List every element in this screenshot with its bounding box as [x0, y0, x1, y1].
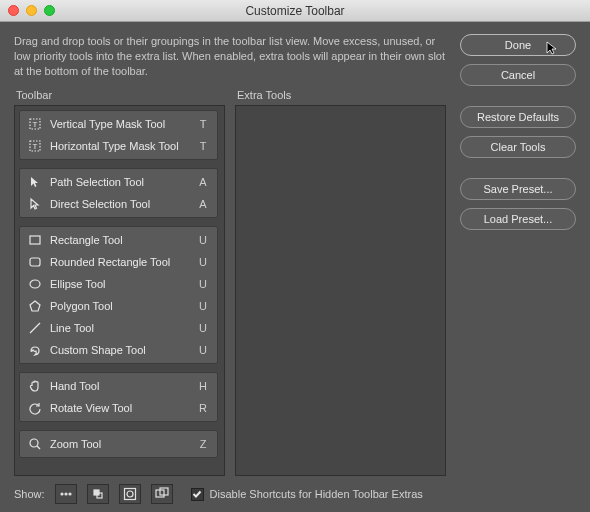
toolbar-scroll[interactable]: TVertical Type Mask ToolTTHorizontal Typ…	[15, 106, 224, 475]
type-mask-icon: T	[26, 137, 44, 155]
svg-point-6	[30, 280, 40, 288]
extra-list[interactable]	[235, 105, 446, 476]
arrow-solid-icon	[26, 173, 44, 191]
restore-defaults-button[interactable]: Restore Defaults	[460, 106, 576, 128]
show-screenmode-button[interactable]	[151, 484, 173, 504]
tool-group[interactable]: TVertical Type Mask ToolTTHorizontal Typ…	[19, 110, 218, 160]
arrow-outline-icon	[26, 195, 44, 213]
svg-point-12	[65, 493, 67, 495]
tool-group[interactable]: Zoom ToolZ	[19, 430, 218, 458]
custom-shape-icon	[26, 341, 44, 359]
tool-row[interactable]: THorizontal Type Mask ToolT	[20, 135, 217, 157]
cancel-button[interactable]: Cancel	[460, 64, 576, 86]
load-preset-button[interactable]: Load Preset...	[460, 208, 576, 230]
svg-text:T: T	[33, 142, 38, 151]
polygon-icon	[26, 297, 44, 315]
tool-label: Custom Shape Tool	[50, 344, 195, 356]
save-preset-button[interactable]: Save Preset...	[460, 178, 576, 200]
rect-icon	[26, 231, 44, 249]
tool-row[interactable]: Zoom ToolZ	[20, 433, 217, 455]
tool-row[interactable]: TVertical Type Mask ToolT	[20, 113, 217, 135]
tool-shortcut: Z	[195, 438, 211, 450]
footer: Show: Disable Shortcuts for Hidden Toolb…	[14, 484, 446, 504]
tool-row[interactable]: Rotate View ToolR	[20, 397, 217, 419]
disable-shortcuts-label: Disable Shortcuts for Hidden Toolbar Ext…	[210, 488, 423, 500]
done-button[interactable]: Done	[460, 34, 576, 56]
line-icon	[26, 319, 44, 337]
extra-heading: Extra Tools	[237, 89, 446, 101]
window-title: Customize Toolbar	[0, 4, 590, 18]
clear-tools-button[interactable]: Clear Tools	[460, 136, 576, 158]
tool-label: Line Tool	[50, 322, 195, 334]
tool-label: Rectangle Tool	[50, 234, 195, 246]
tool-shortcut: T	[195, 140, 211, 152]
titlebar: Customize Toolbar	[0, 0, 590, 22]
tool-label: Path Selection Tool	[50, 176, 195, 188]
zoom-icon	[26, 435, 44, 453]
type-mask-vert-icon: T	[26, 115, 44, 133]
ellipse-icon	[26, 275, 44, 293]
tool-label: Rounded Rectangle Tool	[50, 256, 195, 268]
svg-rect-16	[124, 489, 135, 500]
done-label: Done	[505, 39, 531, 51]
svg-marker-7	[30, 301, 40, 311]
dialog-description: Drag and drop tools or their groupings i…	[14, 34, 446, 79]
tool-shortcut: A	[195, 198, 211, 210]
right-panel: Done Cancel Restore Defaults Clear Tools…	[460, 34, 576, 504]
left-panel: Drag and drop tools or their groupings i…	[14, 34, 446, 504]
tool-row[interactable]: Direct Selection ToolA	[20, 193, 217, 215]
show-quickmask-button[interactable]	[119, 484, 141, 504]
tool-label: Vertical Type Mask Tool	[50, 118, 195, 130]
tool-label: Hand Tool	[50, 380, 195, 392]
tool-row[interactable]: Ellipse ToolU	[20, 273, 217, 295]
tool-label: Rotate View Tool	[50, 402, 195, 414]
tool-shortcut: U	[195, 256, 211, 268]
svg-point-17	[127, 491, 133, 497]
tool-label: Horizontal Type Mask Tool	[50, 140, 195, 152]
svg-line-8	[30, 323, 40, 333]
tool-row[interactable]: Hand ToolH	[20, 375, 217, 397]
tool-shortcut: U	[195, 300, 211, 312]
tool-label: Direct Selection Tool	[50, 198, 195, 210]
rotate-icon	[26, 399, 44, 417]
show-label: Show:	[14, 488, 45, 500]
tool-row[interactable]: Custom Shape ToolU	[20, 339, 217, 361]
tool-shortcut: U	[195, 278, 211, 290]
tool-label: Zoom Tool	[50, 438, 195, 450]
tool-group[interactable]: Rectangle ToolURounded Rectangle ToolUEl…	[19, 226, 218, 364]
columns: Toolbar TVertical Type Mask ToolTTHorizo…	[14, 89, 446, 476]
toolbar-heading: Toolbar	[16, 89, 225, 101]
dialog-body: Drag and drop tools or their groupings i…	[0, 22, 590, 512]
tool-group[interactable]: Hand ToolHRotate View ToolR	[19, 372, 218, 422]
tool-shortcut: A	[195, 176, 211, 188]
tool-shortcut: U	[195, 234, 211, 246]
tool-row[interactable]: Path Selection ToolA	[20, 171, 217, 193]
tool-group[interactable]: Path Selection ToolADirect Selection Too…	[19, 168, 218, 218]
tool-label: Ellipse Tool	[50, 278, 195, 290]
cursor-icon	[545, 40, 561, 58]
tool-row[interactable]: Rounded Rectangle ToolU	[20, 251, 217, 273]
svg-point-11	[61, 493, 63, 495]
show-extras-menu-button[interactable]	[55, 484, 77, 504]
extra-column: Extra Tools	[235, 89, 446, 476]
svg-rect-5	[30, 258, 40, 266]
tool-shortcut: T	[195, 118, 211, 130]
tool-shortcut: U	[195, 344, 211, 356]
tool-shortcut: R	[195, 402, 211, 414]
tool-label: Polygon Tool	[50, 300, 195, 312]
tool-row[interactable]: Line ToolU	[20, 317, 217, 339]
tool-row[interactable]: Polygon ToolU	[20, 295, 217, 317]
tool-row[interactable]: Rectangle ToolU	[20, 229, 217, 251]
toolbar-column: Toolbar TVertical Type Mask ToolTTHorizo…	[14, 89, 225, 476]
svg-line-10	[37, 446, 40, 449]
tool-shortcut: H	[195, 380, 211, 392]
tool-shortcut: U	[195, 322, 211, 334]
show-colors-button[interactable]	[87, 484, 109, 504]
toolbar-list[interactable]: TVertical Type Mask ToolTTHorizontal Typ…	[14, 105, 225, 476]
svg-point-13	[69, 493, 71, 495]
svg-text:T: T	[33, 120, 38, 129]
round-rect-icon	[26, 253, 44, 271]
disable-shortcuts-checkbox[interactable]: Disable Shortcuts for Hidden Toolbar Ext…	[191, 488, 423, 501]
svg-point-9	[30, 439, 38, 447]
checkbox-icon	[191, 488, 204, 501]
